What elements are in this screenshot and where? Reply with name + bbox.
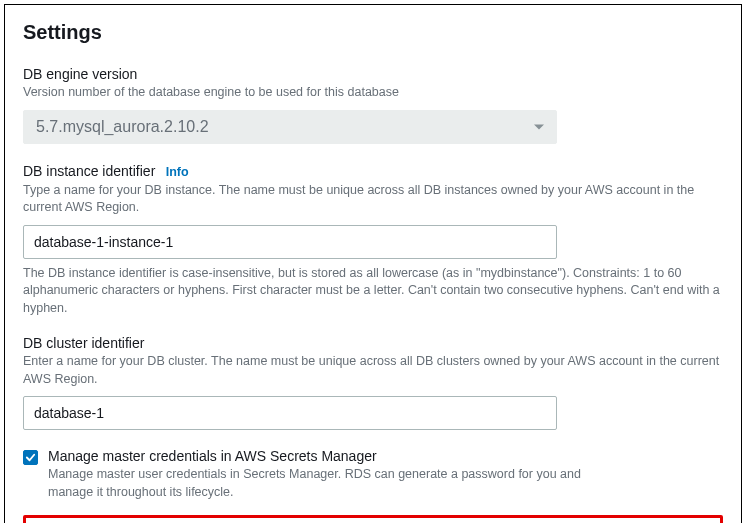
db-engine-version-select[interactable]: 5.7.mysql_aurora.2.10.2 bbox=[23, 110, 557, 144]
field-db-engine-version: DB engine version Version number of the … bbox=[23, 66, 723, 144]
manage-credentials-desc: Manage master user credentials in Secret… bbox=[48, 466, 608, 501]
chevron-down-icon bbox=[534, 124, 544, 129]
manage-credentials-row: Manage master credentials in AWS Secrets… bbox=[23, 448, 723, 501]
check-icon bbox=[25, 452, 36, 463]
info-link[interactable]: Info bbox=[166, 165, 189, 179]
page-title: Settings bbox=[23, 21, 723, 44]
db-engine-version-label: DB engine version bbox=[23, 66, 723, 82]
manage-credentials-checkbox[interactable] bbox=[23, 450, 38, 465]
field-db-cluster-identifier: DB cluster identifier Enter a name for y… bbox=[23, 335, 723, 430]
db-engine-version-value: 5.7.mysql_aurora.2.10.2 bbox=[36, 118, 209, 136]
manage-credentials-text: Manage master credentials in AWS Secrets… bbox=[48, 448, 608, 501]
manage-credentials-label: Manage master credentials in AWS Secrets… bbox=[48, 448, 608, 464]
db-engine-version-desc: Version number of the database engine to… bbox=[23, 84, 723, 102]
settings-panel: Settings DB engine version Version numbe… bbox=[4, 4, 742, 523]
field-db-instance-identifier: DB instance identifier Info Type a name … bbox=[23, 162, 723, 318]
db-cluster-identifier-label: DB cluster identifier bbox=[23, 335, 723, 351]
db-cluster-identifier-desc: Enter a name for your DB cluster. The na… bbox=[23, 353, 723, 388]
rotate-secret-highlight: Rotate secret immediately When you rotat… bbox=[23, 515, 723, 523]
db-instance-identifier-desc: Type a name for your DB instance. The na… bbox=[23, 182, 723, 217]
db-instance-identifier-input[interactable] bbox=[23, 225, 557, 259]
db-instance-identifier-label: DB instance identifier bbox=[23, 163, 155, 179]
db-cluster-identifier-input[interactable] bbox=[23, 396, 557, 430]
db-instance-identifier-help: The DB instance identifier is case-insen… bbox=[23, 265, 723, 318]
